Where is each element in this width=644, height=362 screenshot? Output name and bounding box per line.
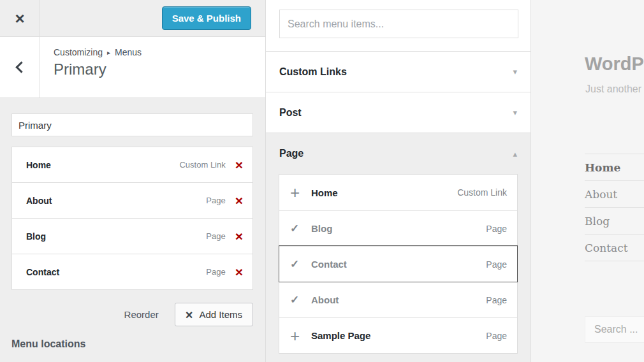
preview-nav-item[interactable]: About — [585, 180, 644, 207]
menu-item-row[interactable]: Blog Page × — [11, 218, 253, 254]
available-item-label: Sample Page — [311, 330, 370, 341]
menu-locations-heading: Menu locations — [11, 338, 85, 350]
available-pages-list: + Home Custom Link ✓ Blog Page ✓ Contact… — [279, 174, 518, 354]
menu-item-type: Page — [206, 267, 225, 277]
available-item-row[interactable]: ✓ About Page — [279, 282, 517, 317]
check-icon: ✓ — [290, 294, 311, 305]
current-menu-items-list: Home Custom Link × About Page × Blog Pag… — [11, 147, 253, 290]
breadcrumb: Customizing ▸ Menus — [54, 47, 142, 57]
menu-panel-header: Customizing ▸ Menus Primary — [0, 37, 265, 98]
available-items-sections: Custom Links ▾ Post ▾ Page ▴ + Home Cust… — [266, 51, 531, 362]
preview-search-input[interactable] — [585, 316, 644, 343]
menu-item-label: Home — [26, 160, 51, 170]
back-button[interactable] — [0, 37, 40, 98]
section-label: Post — [279, 107, 302, 119]
preview-nav-item[interactable]: Home — [585, 154, 644, 180]
menu-item-label: About — [26, 196, 52, 206]
menu-name-input[interactable] — [11, 113, 253, 136]
breadcrumb-arrow-icon: ▸ — [107, 49, 110, 56]
section-post[interactable]: Post ▾ — [266, 92, 531, 133]
available-item-type: Page — [486, 224, 507, 234]
menu-item-row[interactable]: Contact Page × — [11, 254, 253, 290]
available-items-pane: Custom Links ▾ Post ▾ Page ▴ + Home Cust… — [265, 0, 531, 362]
add-items-close-icon: × — [186, 308, 193, 321]
close-icon: × — [15, 10, 24, 27]
delete-item-icon[interactable]: × — [235, 229, 243, 243]
delete-item-icon[interactable]: × — [235, 265, 243, 279]
section-label: Page — [279, 148, 304, 159]
delete-item-icon[interactable]: × — [235, 194, 243, 207]
preview-nav-item[interactable]: Blog — [585, 207, 644, 234]
preview-nav-menu: Home About Blog Contact — [585, 154, 644, 261]
menu-item-label: Contact — [26, 267, 59, 277]
delete-item-icon[interactable]: × — [235, 158, 243, 171]
breadcrumb-root: Customizing — [54, 47, 103, 57]
reorder-button[interactable]: Reorder — [124, 309, 159, 320]
preview-nav-item[interactable]: Contact — [585, 234, 644, 261]
available-item-label: Contact — [311, 259, 347, 270]
menu-item-row[interactable]: Home Custom Link × — [11, 147, 253, 183]
available-item-type: Page — [486, 259, 507, 270]
plus-icon: + — [290, 184, 311, 201]
preview-site-title[interactable]: WordPress — [585, 54, 644, 75]
chevron-down-icon: ▾ — [513, 108, 517, 117]
available-item-row-focused[interactable]: ✓ Contact Page — [279, 246, 517, 282]
section-page-expanded: Page ▴ + Home Custom Link ✓ Blog Page ✓ … — [266, 133, 531, 362]
site-preview-pane: WordPress Just another WordPress site Ho… — [531, 0, 644, 362]
page-title: Primary — [54, 61, 142, 78]
section-label: Custom Links — [279, 66, 347, 78]
preview-site-tagline: Just another WordPress site — [585, 83, 644, 95]
add-items-label: Add Items — [199, 309, 242, 320]
section-page-header[interactable]: Page ▴ — [266, 133, 531, 174]
panel-header-text: Customizing ▸ Menus Primary — [40, 37, 142, 98]
add-items-button[interactable]: × Add Items — [175, 303, 253, 326]
available-item-label: About — [311, 294, 339, 305]
menu-item-row[interactable]: About Page × — [11, 182, 253, 219]
available-item-label: Blog — [311, 223, 332, 234]
close-customizer-button[interactable]: × — [0, 0, 40, 37]
chevron-down-icon: ▾ — [513, 67, 517, 76]
breadcrumb-section: Menus — [115, 47, 142, 57]
available-item-row[interactable]: + Sample Page Page — [279, 317, 517, 353]
available-item-type: Custom Link — [457, 187, 507, 198]
available-item-type: Page — [486, 331, 507, 341]
menu-item-type: Page — [206, 196, 225, 205]
chevron-up-icon: ▴ — [513, 149, 517, 159]
search-menu-items-input[interactable] — [279, 10, 518, 38]
check-icon: ✓ — [290, 223, 311, 234]
menu-item-label: Blog — [26, 231, 46, 242]
menu-item-type: Custom Link — [179, 160, 225, 170]
customizer-topbar: × Save & Publish — [0, 0, 265, 37]
menu-actions-row: Reorder × Add Items — [11, 303, 253, 326]
check-icon: ✓ — [290, 259, 311, 270]
section-custom-links[interactable]: Custom Links ▾ — [266, 51, 531, 92]
available-item-row[interactable]: + Home Custom Link — [279, 175, 517, 210]
available-item-label: Home — [311, 187, 338, 198]
available-item-row[interactable]: ✓ Blog Page — [279, 210, 517, 246]
back-chevron-icon — [15, 61, 27, 73]
available-item-type: Page — [486, 295, 507, 305]
customizer-pane: × Save & Publish Customizing ▸ Menus Pri… — [0, 0, 265, 362]
plus-icon: + — [290, 328, 311, 344]
save-publish-button[interactable]: Save & Publish — [162, 6, 251, 30]
menu-item-type: Page — [206, 231, 225, 241]
